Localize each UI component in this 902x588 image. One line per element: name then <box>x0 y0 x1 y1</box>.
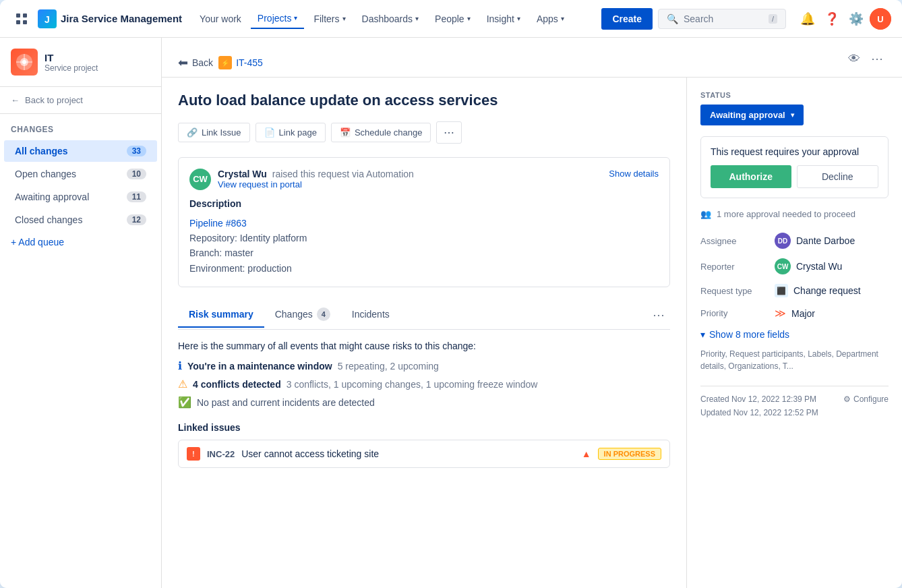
nav-items: Your work Projects ▾ Filters ▾ Dashboard… <box>193 9 596 29</box>
calendar-icon: 📅 <box>340 127 351 138</box>
create-button[interactable]: Create <box>601 8 653 30</box>
schedule-change-button[interactable]: 📅 Schedule change <box>331 123 431 142</box>
sidebar-item-closed-changes[interactable]: Closed changes 12 <box>4 209 157 231</box>
svg-rect-0 <box>16 13 20 18</box>
chevron-icon: ▾ <box>415 15 419 22</box>
help-button[interactable]: ❓ <box>821 8 843 30</box>
description-details: Pipeline #863 Repository: Identity platf… <box>189 216 659 276</box>
sidebar-badge-open: 10 <box>127 169 146 179</box>
risk-item-maintenance: ℹ You're in a maintenance window 5 repea… <box>178 359 670 372</box>
nav-item-projects[interactable]: Projects ▾ <box>251 9 305 29</box>
issue-link[interactable]: ⚡ IT-455 <box>218 56 263 69</box>
description-heading: Description <box>189 198 659 209</box>
link-page-button[interactable]: 📄 Link page <box>255 123 326 142</box>
view-request-link[interactable]: View request in portal <box>218 179 414 189</box>
toolbar-more-button[interactable]: ⋯ <box>436 121 462 144</box>
show-details-link[interactable]: Show details <box>609 169 659 179</box>
sidebar-section-header: Changes <box>0 114 161 140</box>
approval-buttons: Authorize Decline <box>711 165 878 188</box>
tab-changes[interactable]: Changes 4 <box>264 301 341 329</box>
sidebar-item-all-changes[interactable]: All changes 33 <box>4 140 157 162</box>
description-card: CW Crystal Wu raised this request via Au… <box>178 157 670 288</box>
linked-issue-row[interactable]: ! INC-22 User cannot access ticketing si… <box>178 440 670 468</box>
chevron-icon: ▾ <box>517 15 520 22</box>
breadcrumb: ⬅ Back ⚡ IT-455 <box>178 55 263 70</box>
sidebar: IT Service project ← Back to project Cha… <box>0 38 162 588</box>
linked-issues-section: Linked issues ! INC-22 User cannot acces… <box>178 422 670 468</box>
issue-header-actions: 👁 ⋯ <box>845 49 886 77</box>
created-date: Created Nov 12, 2022 12:39 PM ⚙ Configur… <box>700 394 889 404</box>
nav-item-dashboards[interactable]: Dashboards ▾ <box>355 9 426 28</box>
back-circle-icon: ⬅ <box>178 55 188 70</box>
issue-title: Auto load balance update on access servi… <box>178 91 670 111</box>
nav-item-filters[interactable]: Filters ▾ <box>307 9 352 28</box>
chevron-down-icon: ▾ <box>791 111 794 119</box>
sidebar-project: IT Service project <box>0 38 161 87</box>
tab-incidents[interactable]: Incidents <box>341 302 400 328</box>
app-logo[interactable]: J Jira Service Management <box>38 9 182 28</box>
linked-issue-priority-icon: ▲ <box>582 448 591 459</box>
notifications-button[interactable]: 🔔 <box>797 8 818 30</box>
chevron-icon: ▾ <box>342 15 346 22</box>
tabs-more-button[interactable]: ⋯ <box>647 305 670 325</box>
description-action-text: raised this request via Automation <box>272 169 414 179</box>
back-button[interactable]: ⬅ Back <box>178 55 213 70</box>
link-icon: 🔗 <box>187 127 198 138</box>
show-more-fields-link[interactable]: ▾ Show 8 more fields <box>700 329 889 340</box>
issue-toolbar: 🔗 Link Issue 📄 Link page 📅 Schedule chan… <box>178 121 670 144</box>
decline-button[interactable]: Decline <box>797 165 879 188</box>
issue-right-panel: STATUS Awaiting approval ▾ This request … <box>686 78 902 588</box>
sidebar-item-awaiting-approval[interactable]: Awaiting approval 11 <box>4 186 157 208</box>
linked-issue-type-icon: ! <box>187 447 200 461</box>
reporter-name: Crystal Wu raised this request via Autom… <box>218 169 414 179</box>
nav-item-people[interactable]: People ▾ <box>428 9 477 28</box>
approval-info-icon: 👥 <box>700 209 711 219</box>
configure-link[interactable]: ⚙ Configure <box>843 394 889 404</box>
link-issue-button[interactable]: 🔗 Link Issue <box>178 123 250 142</box>
chevron-icon: ▾ <box>294 14 297 22</box>
back-to-project[interactable]: ← Back to project <box>0 87 161 114</box>
project-icon <box>11 49 38 76</box>
status-dropdown[interactable]: Awaiting approval ▾ <box>700 105 804 125</box>
field-subtext: Priority, Request participants, Labels, … <box>700 348 889 372</box>
divider <box>700 386 889 386</box>
search-icon: 🔍 <box>667 13 678 24</box>
linked-issue-id: INC-22 <box>207 449 235 459</box>
approval-card-title: This request requires your approval <box>711 146 878 157</box>
nav-item-apps[interactable]: Apps ▾ <box>530 9 571 28</box>
pipeline-link[interactable]: Pipeline #863 <box>189 218 247 229</box>
grid-icon-button[interactable] <box>11 8 32 30</box>
risk-item-incidents: ✅ No past and current incidents are dete… <box>178 396 670 409</box>
more-actions-button[interactable]: ⋯ <box>868 49 886 69</box>
nav-item-insight[interactable]: Insight ▾ <box>480 9 527 28</box>
nav-item-your-work[interactable]: Your work <box>193 9 248 28</box>
search-box[interactable]: 🔍 Search / <box>658 9 786 29</box>
reporter-field-avatar: CW <box>775 258 791 274</box>
updated-date: Updated Nov 12, 2022 12:52 PM <box>700 408 889 417</box>
warning-icon: ⚠ <box>178 378 187 390</box>
user-avatar[interactable]: U <box>870 8 891 30</box>
risk-item-conflicts: ⚠ 4 conflicts detected 3 conflicts, 1 up… <box>178 378 670 390</box>
request-type-icon: ⬛ <box>775 284 788 297</box>
status-section: STATUS Awaiting approval ▾ <box>700 91 889 125</box>
assignee-field: Assignee DD Dante Darboe <box>700 233 889 249</box>
description-user-info: CW Crystal Wu raised this request via Au… <box>189 169 414 190</box>
request-type-field: Request type ⬛ Change request <box>700 284 889 297</box>
settings-button[interactable]: ⚙️ <box>845 8 867 30</box>
issue-tabs: Risk summary Changes 4 Incidents ⋯ <box>178 301 670 330</box>
watch-button[interactable]: 👁 <box>845 49 863 69</box>
back-arrow-icon: ← <box>11 95 20 105</box>
tab-risk-summary[interactable]: Risk summary <box>178 302 264 328</box>
sidebar-badge-all: 33 <box>127 146 146 156</box>
sidebar-item-open-changes[interactable]: Open changes 10 <box>4 163 157 185</box>
project-name: IT <box>44 52 98 63</box>
priority-field: Priority ≫ Major <box>700 307 889 320</box>
add-queue-link[interactable]: + Add queue <box>0 231 161 253</box>
authorize-button[interactable]: Authorize <box>711 165 791 188</box>
approval-card: This request requires your approval Auth… <box>700 136 889 198</box>
risk-summary-content: Here is the summary of all events that m… <box>178 341 670 409</box>
svg-rect-1 <box>23 13 27 18</box>
page-icon: 📄 <box>264 127 275 138</box>
info-icon: ℹ <box>178 359 182 372</box>
sidebar-badge-awaiting: 11 <box>127 192 146 202</box>
